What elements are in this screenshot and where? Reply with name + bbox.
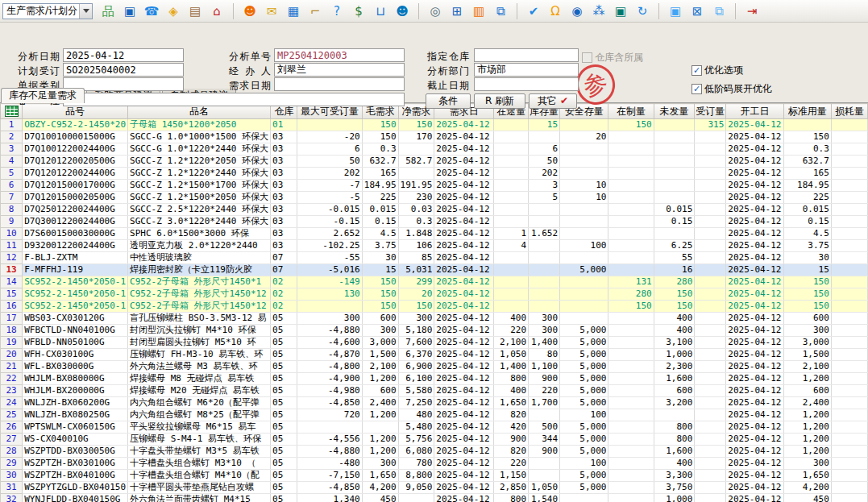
cell[interactable]: 300	[398, 313, 434, 325]
table-row[interactable]: 29WSZPTZH-BX030100G十字槽盘头组合螺钉 M3*10 （05-4…	[1, 458, 868, 470]
cell[interactable]: 05	[271, 446, 297, 458]
table-row[interactable]: 27WS-CX040010G压铆螺母 S-M4-1 易车铁、环保05-4,556…	[1, 434, 868, 446]
table-row[interactable]: 18WFBCTLD-NN040100G封闭型沉头拉铆钉 M4*10 环保05-4…	[1, 325, 868, 337]
cell[interactable]	[494, 143, 529, 156]
cell[interactable]: 5,000	[560, 421, 608, 434]
cell[interactable]	[608, 180, 654, 192]
analysis-dept-input[interactable]	[474, 63, 579, 77]
cell[interactable]: 2025-04-12	[434, 349, 494, 361]
cell[interactable]: 2025-04-12	[434, 421, 494, 434]
cell[interactable]: SC952-2-1450*2050-1	[23, 276, 128, 288]
cell[interactable]: 450	[362, 494, 398, 502]
cell[interactable]: -7,150	[297, 470, 363, 482]
cell[interactable]	[831, 494, 867, 502]
cell[interactable]	[560, 119, 608, 131]
other-button[interactable]: 其它 ✔	[529, 93, 577, 109]
cell[interactable]: SGCC-Z 1.2*1220*2050 环保大	[128, 156, 271, 168]
cell[interactable]: 2025-04-12	[434, 168, 494, 180]
cell[interactable]: 0.3	[362, 143, 398, 156]
cell[interactable]	[831, 204, 867, 216]
cell[interactable]: 2025-04-12	[434, 264, 494, 276]
row-number[interactable]: 8	[1, 204, 23, 216]
cell[interactable]: 0.015	[783, 204, 831, 216]
cell[interactable]	[695, 288, 726, 301]
cell[interactable]: 202	[297, 168, 363, 180]
cell[interactable]: 2,100	[783, 361, 831, 373]
cell[interactable]: 1.848	[398, 228, 434, 240]
cell[interactable]: 170	[398, 131, 434, 143]
cell[interactable]: 封闭型扁圆头拉铆钉 M5*10 环	[128, 337, 271, 349]
cell[interactable]: 2,100	[494, 337, 529, 349]
row-number[interactable]: 3	[1, 143, 23, 156]
cell[interactable]: 300	[362, 458, 398, 470]
cell[interactable]	[608, 192, 654, 204]
cell[interactable]	[831, 470, 867, 482]
cell[interactable]: 4,200	[783, 482, 831, 494]
cell[interactable]: 15	[529, 119, 560, 131]
cell[interactable]	[831, 168, 867, 180]
col-header[interactable]: 标准用量	[783, 104, 831, 119]
demand-date-input[interactable]	[274, 77, 405, 91]
cell[interactable]	[529, 131, 560, 143]
cell[interactable]: 03	[271, 228, 297, 240]
cell[interactable]: 2025-04-12	[434, 216, 494, 228]
row-number[interactable]: 23	[1, 385, 23, 397]
cell[interactable]	[831, 228, 867, 240]
cell[interactable]: 1,500	[783, 349, 831, 361]
cell[interactable]	[529, 204, 560, 216]
cell[interactable]: D7Q1201220024400G	[23, 168, 128, 180]
cell[interactable]: 05	[271, 434, 297, 446]
cell[interactable]: 400	[654, 325, 695, 337]
cell[interactable]: 400	[494, 385, 529, 397]
row-number[interactable]: 26	[1, 421, 23, 434]
cell[interactable]: 165	[362, 168, 398, 180]
cell[interactable]: 03	[271, 192, 297, 204]
cell[interactable]	[695, 446, 726, 458]
cell[interactable]: 2025-04-12	[434, 337, 494, 349]
cell[interactable]: 焊接用密封胶（卡立119防火胶	[128, 264, 271, 276]
cell[interactable]: 2025-04-12	[726, 337, 783, 349]
cell[interactable]: 2025-04-12	[434, 458, 494, 470]
cell[interactable]: 2025-04-12	[726, 397, 783, 409]
cell[interactable]: 165	[783, 168, 831, 180]
cell[interactable]	[529, 240, 560, 252]
cell[interactable]: 盲孔压铆螺柱 BSO-3.5M3-12 易	[128, 313, 271, 325]
cell[interactable]: 5,180	[398, 325, 434, 337]
cell[interactable]	[529, 301, 560, 313]
calculator-icon[interactable]: ⊞	[449, 3, 465, 19]
key-icon[interactable]: ⌐	[307, 3, 323, 19]
cell[interactable]	[831, 240, 867, 252]
cell[interactable]: 5,480	[398, 421, 434, 434]
cell[interactable]: 2025-04-12	[726, 421, 783, 434]
cell[interactable]	[494, 264, 529, 276]
cell[interactable]: 184.95	[783, 180, 831, 192]
cell[interactable]: 2025-04-12	[434, 131, 494, 143]
row-number[interactable]: 18	[1, 325, 23, 337]
cell[interactable]: 03	[271, 168, 297, 180]
cell[interactable]: 2025-04-12	[726, 119, 783, 131]
cell[interactable]: 2025-04-12	[434, 397, 494, 409]
cell[interactable]: 封闭型沉头拉铆钉 M4*10 环保	[128, 325, 271, 337]
cell[interactable]: 2025-04-12	[726, 228, 783, 240]
cell[interactable]: 900	[529, 373, 560, 385]
cell[interactable]: -4,600	[297, 337, 363, 349]
cell[interactable]: 300	[362, 325, 398, 337]
table-row[interactable]: 26WPTSWLM-CX060150G平头竖纹拉铆螺母 M6*15 易车055,…	[1, 421, 868, 434]
cell[interactable]: 106	[398, 240, 434, 252]
cell[interactable]: 0.015	[654, 204, 695, 216]
cell[interactable]: 582.7	[398, 156, 434, 168]
money-icon[interactable]: $	[351, 3, 367, 19]
table-row[interactable]: 24WNLJZH-BX060200G内六角组合螺钉 M6*20（配平弹05-4,…	[1, 397, 868, 409]
cell[interactable]: 3	[529, 180, 560, 192]
cell[interactable]	[529, 288, 560, 301]
cell[interactable]: 2025-04-12	[726, 301, 783, 313]
cell[interactable]: 1,200	[362, 434, 398, 446]
optimize-option-checkbox[interactable]	[691, 65, 702, 76]
table-row[interactable]: 11D932001220024400G透明亚克力板 2.0*1220*24400…	[1, 240, 868, 252]
table-row[interactable]: 30WSZPTZH-BX040100G十字槽盘头组合螺钉 M4*10（配05-7…	[1, 470, 868, 482]
cell[interactable]	[560, 313, 608, 325]
cell[interactable]: 05	[271, 337, 297, 349]
cell[interactable]: 2025-04-12	[726, 361, 783, 373]
cell[interactable]: 150	[608, 119, 654, 131]
row-number[interactable]: 5	[1, 168, 23, 180]
